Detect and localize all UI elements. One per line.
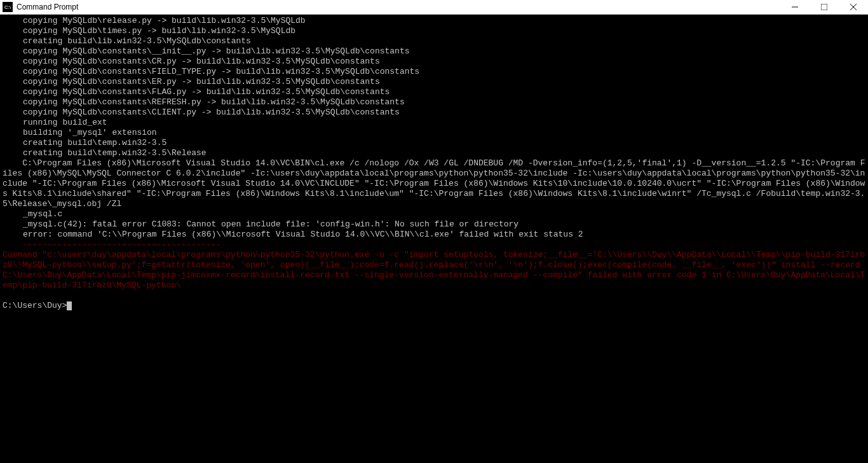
close-icon	[850, 4, 857, 10]
cmd-icon: C:\	[3, 2, 13, 12]
window-titlebar: C:\ Command Prompt	[0, 0, 868, 15]
terminal-line: _mysql.c(42): fatal error C1083: Cannot …	[3, 219, 865, 230]
blank-line	[3, 291, 865, 301]
terminal-line: copying MySQLdb\constants\__init__.py ->…	[3, 46, 865, 57]
terminal-line: building '_mysql' extension	[3, 128, 865, 138]
terminal-line: copying MySQLdb\release.py -> build\lib.…	[3, 16, 865, 26]
terminal-line: C:\Program Files (x86)\Microsoft Visual …	[3, 158, 865, 209]
terminal-line: copying MySQLdb\constants\FIELD_TYPE.py …	[3, 67, 865, 77]
terminal-line: copying MySQLdb\constants\REFRESH.py -> …	[3, 97, 865, 107]
minimize-button[interactable]	[780, 0, 810, 14]
terminal-line: ----------------------------------------	[3, 240, 865, 250]
terminal-line: creating build\temp.win32-3.5	[3, 138, 865, 148]
minimize-icon	[792, 4, 798, 10]
terminal-line: copying MySQLdb\constants\ER.py -> build…	[3, 77, 865, 87]
terminal-area[interactable]: copying MySQLdb\release.py -> build\lib.…	[0, 15, 868, 463]
terminal-line: copying MySQLdb\times.py -> build\lib.wi…	[3, 26, 865, 36]
cursor	[67, 301, 72, 310]
terminal-line: running build_ext	[3, 118, 865, 128]
terminal-line: Command "c:\users\duy\appdata\local\prog…	[3, 250, 865, 291]
maximize-button[interactable]	[810, 0, 839, 14]
titlebar-left: C:\ Command Prompt	[0, 2, 78, 12]
terminal-line: error: command 'C:\\Program Files (x86)\…	[3, 230, 865, 240]
titlebar-controls	[780, 0, 868, 14]
maximize-icon	[821, 4, 827, 10]
terminal-line: _mysql.c	[3, 209, 865, 219]
terminal-line: copying MySQLdb\constants\CLIENT.py -> b…	[3, 107, 865, 118]
prompt-text: C:\Users\Duy>	[3, 301, 67, 310]
window-title: Command Prompt	[17, 3, 78, 11]
terminal-line: copying MySQLdb\constants\FLAG.py -> bui…	[3, 87, 865, 97]
terminal-line: creating build\lib.win32-3.5\MySQLdb\con…	[3, 36, 865, 46]
svg-rect-1	[821, 4, 827, 10]
close-button[interactable]	[839, 0, 868, 14]
terminal-line: creating build\temp.win32-3.5\Release	[3, 148, 865, 158]
terminal-output: copying MySQLdb\release.py -> build\lib.…	[3, 16, 865, 291]
prompt-line[interactable]: C:\Users\Duy>	[3, 301, 865, 310]
terminal-line: copying MySQLdb\constants\CR.py -> build…	[3, 57, 865, 67]
